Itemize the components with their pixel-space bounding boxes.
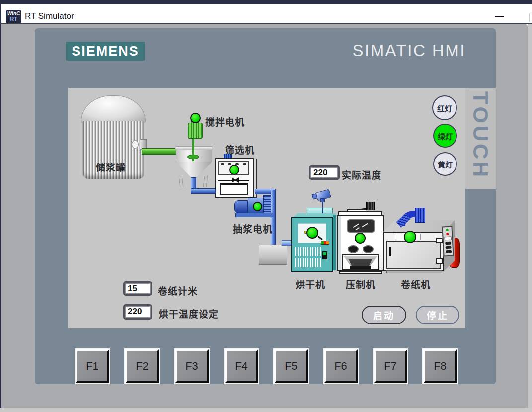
fkey-f2-label: F2 bbox=[136, 360, 149, 373]
fkey-f7-label: F7 bbox=[384, 360, 397, 373]
dryer-label: 烘干机 bbox=[296, 277, 325, 291]
stir-motor bbox=[188, 123, 203, 139]
start-button[interactable]: 启动 bbox=[362, 306, 406, 324]
red-lamp: 红灯 bbox=[432, 95, 457, 120]
app-icon-text-bottom: RT bbox=[6, 16, 21, 22]
fkey-f6-label: F6 bbox=[334, 360, 347, 373]
buffer-tank bbox=[259, 245, 287, 265]
screw-mark bbox=[221, 163, 224, 165]
stir-motor-indicator bbox=[190, 113, 201, 123]
hopper-leg-right bbox=[203, 176, 208, 187]
fkey-f5-label: F5 bbox=[285, 360, 298, 373]
press-window bbox=[347, 219, 375, 233]
hopper-funnel bbox=[176, 162, 212, 177]
dryer-indicator-tail bbox=[317, 236, 323, 240]
pump-motor-label: 抽浆电机 bbox=[233, 222, 273, 235]
fkey-f4[interactable]: F4 bbox=[225, 349, 258, 383]
pipe-hopper-to-screening bbox=[191, 188, 216, 194]
press-top-box bbox=[366, 202, 375, 210]
panel-slot bbox=[444, 237, 451, 241]
panel-button bbox=[445, 242, 451, 245]
pump-disc bbox=[263, 195, 271, 215]
fkey-f6[interactable]: F6 bbox=[324, 349, 358, 383]
dryer-vents-bottom bbox=[295, 258, 321, 267]
red-lamp-label: 红灯 bbox=[437, 103, 452, 113]
storage-tank-label: 储浆罐 bbox=[96, 160, 126, 173]
window-shine bbox=[362, 223, 368, 228]
press-base-slab bbox=[350, 266, 371, 269]
panel-red-dot bbox=[446, 233, 449, 235]
stirrer-paddle bbox=[187, 155, 199, 159]
stop-button-label: 停止 bbox=[427, 308, 449, 322]
start-button-label: 启动 bbox=[373, 308, 395, 322]
actual-temp-label: 实际温度 bbox=[342, 168, 381, 181]
window-top-accent bbox=[0, 0, 532, 4]
siemens-logo: SIEMENS bbox=[66, 42, 145, 61]
paper-meter-field[interactable]: 15 bbox=[123, 281, 152, 296]
screw-mark bbox=[235, 163, 239, 165]
winder-indicator bbox=[404, 231, 416, 243]
window-title: RT Simulator bbox=[25, 11, 74, 21]
press-label: 压制机 bbox=[346, 277, 376, 291]
stir-motor-label: 搅拌电机 bbox=[205, 115, 245, 128]
winder-control-panel bbox=[442, 226, 454, 256]
titlebar: WinC RT RT Simulator bbox=[1, 4, 532, 23]
hmi-panel-frame: SIEMENS SIMATIC HMI TOUCH bbox=[35, 28, 496, 384]
window-bottom-edge bbox=[0, 408, 532, 412]
fkey-f8[interactable]: F8 bbox=[423, 349, 457, 383]
window-shine bbox=[356, 227, 360, 230]
panel-button bbox=[445, 250, 451, 254]
dryer-switch bbox=[322, 251, 327, 259]
winder-door-handle bbox=[389, 247, 391, 256]
panel-green-dot bbox=[446, 229, 449, 231]
press-left-strip bbox=[338, 216, 341, 270]
minimize-button[interactable] bbox=[491, 9, 509, 23]
window-right-edge bbox=[528, 24, 532, 408]
press-knob-right bbox=[363, 245, 374, 253]
touch-label: TOUCH bbox=[468, 91, 493, 189]
fkey-f1-label: F1 bbox=[86, 360, 99, 373]
pipe-pump-down bbox=[271, 190, 276, 246]
dryer-switch-green bbox=[323, 252, 326, 255]
fkey-f8-label: F8 bbox=[434, 360, 447, 373]
screening-tray bbox=[220, 183, 248, 195]
minimize-icon bbox=[495, 16, 504, 17]
press-base bbox=[339, 271, 382, 274]
paper-meter-label: 卷纸计米 bbox=[158, 284, 198, 297]
touch-strip: TOUCH bbox=[465, 88, 496, 189]
wincc-rt-app-icon: WinC RT bbox=[6, 10, 21, 24]
actual-temp-value: 220 bbox=[311, 168, 337, 177]
screening-machine-label: 筛选机 bbox=[225, 143, 255, 156]
fkey-f3[interactable]: F3 bbox=[175, 349, 209, 383]
winder-duct-box bbox=[415, 208, 425, 223]
dry-temp-set-field[interactable]: 220 bbox=[123, 304, 152, 320]
pump-indicator bbox=[253, 202, 262, 211]
fkey-f4-label: F4 bbox=[235, 360, 248, 373]
dry-temp-set-value: 220 bbox=[126, 307, 150, 317]
press-opening bbox=[342, 254, 379, 270]
tank-dome bbox=[81, 95, 146, 123]
close-button[interactable] bbox=[529, 13, 532, 22]
paper-meter-value: 15 bbox=[126, 284, 150, 293]
simatic-hmi-label: SIMATIC HMI bbox=[352, 41, 466, 60]
winder-door bbox=[386, 241, 441, 269]
fkey-f5[interactable]: F5 bbox=[274, 349, 308, 383]
green-lamp: 绿灯 bbox=[433, 124, 457, 148]
actual-temp-field[interactable]: 220 bbox=[309, 165, 340, 180]
screening-indicator bbox=[229, 165, 239, 175]
stop-button[interactable]: 停止 bbox=[416, 306, 459, 324]
fkey-f7[interactable]: F7 bbox=[374, 349, 407, 383]
winder-hinge-bottom bbox=[436, 258, 443, 264]
press-knob-left bbox=[348, 245, 359, 253]
fkey-f3-label: F3 bbox=[185, 360, 198, 373]
dryer-vents-top bbox=[295, 247, 321, 256]
panel-button bbox=[445, 246, 451, 249]
fkey-f1[interactable]: F1 bbox=[76, 349, 109, 383]
fkey-f2[interactable]: F2 bbox=[125, 349, 159, 383]
pipe-tank-to-hopper bbox=[142, 148, 176, 155]
hopper-leg-left bbox=[179, 176, 184, 187]
yellow-lamp: 黄灯 bbox=[433, 152, 457, 176]
yellow-lamp-label: 黄灯 bbox=[438, 159, 453, 169]
tank-outlet-flange bbox=[132, 140, 139, 149]
rt-simulator-window: WinC RT RT Simulator SIEMENS SIMATIC HMI… bbox=[0, 0, 532, 412]
